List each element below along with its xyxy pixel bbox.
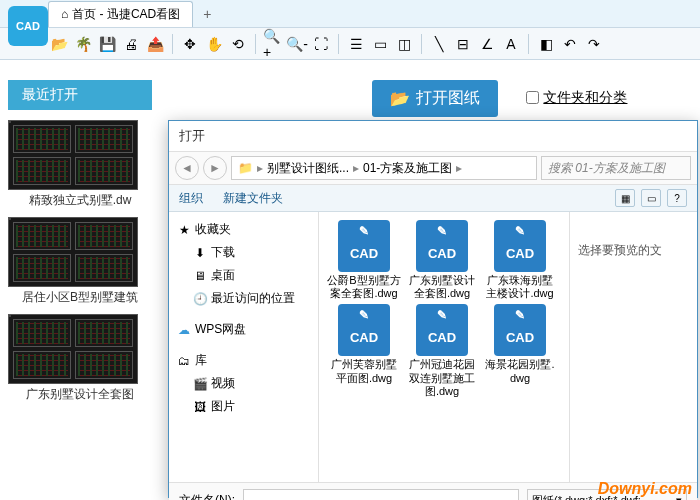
breadcrumb[interactable]: 📁 ▸ 别墅设计图纸... ▸ 01-方案及施工图 ▸ — [231, 156, 537, 180]
tree-library[interactable]: 🗂库 — [173, 349, 314, 372]
file-item[interactable]: CAD广东珠海别墅主楼设计.dwg — [483, 220, 557, 300]
box-icon[interactable]: ▭ — [369, 33, 391, 55]
line-icon[interactable]: ╲ — [428, 33, 450, 55]
file-item[interactable]: CAD广州冠迪花园双连别墅施工图.dwg — [405, 304, 479, 398]
file-open-dialog: 打开 ◄ ► 📁 ▸ 别墅设计图纸... ▸ 01-方案及施工图 ▸ 搜索 01… — [168, 120, 698, 498]
filename-input[interactable] — [243, 489, 519, 500]
recent-thumb[interactable] — [8, 120, 138, 190]
cube-icon[interactable]: ◫ — [393, 33, 415, 55]
undo-icon[interactable]: ↶ — [559, 33, 581, 55]
file-grid: CAD公爵B型别墅方案全套图.dwg CAD广东别墅设计全套图.dwg CAD广… — [319, 212, 569, 482]
home-icon: ⌂ — [61, 7, 68, 21]
recent-thumb[interactable] — [8, 314, 138, 384]
measure-icon[interactable]: ⊟ — [452, 33, 474, 55]
file-area: CAD公爵B型别墅方案全套图.dwg CAD广东别墅设计全套图.dwg CAD广… — [319, 212, 697, 482]
tree-videos[interactable]: 🎬视频 — [173, 372, 314, 395]
dialog-title: 打开 — [169, 121, 697, 152]
breadcrumb-seg[interactable]: 01-方案及施工图 — [363, 160, 452, 177]
zoom-in-icon[interactable]: 🔍+ — [262, 33, 284, 55]
pan-icon[interactable]: ✋ — [203, 33, 225, 55]
chevron-right-icon: ▸ — [257, 161, 263, 175]
zoom-fit-icon[interactable]: ⛶ — [310, 33, 332, 55]
library-icon: 🗂 — [177, 354, 191, 368]
cloud-icon: ☁ — [177, 323, 191, 337]
view-mode-icon[interactable]: ▦ — [615, 189, 635, 207]
dialog-toolbar: 组织 新建文件夹 ▦ ▭ ? — [169, 185, 697, 212]
nav-back-icon[interactable]: ◄ — [175, 156, 199, 180]
preview-pane: 选择要预览的文 — [569, 212, 697, 482]
save-icon[interactable]: 💾 — [96, 33, 118, 55]
watermark: Downyi.com — [598, 480, 692, 498]
eraser-icon[interactable]: ◧ — [535, 33, 557, 55]
tree-favorites[interactable]: ★收藏夹 — [173, 218, 314, 241]
export-icon[interactable]: 📤 — [144, 33, 166, 55]
folder-category-input[interactable] — [526, 91, 539, 104]
cad-file-icon: CAD — [338, 220, 390, 272]
dialog-nav: ◄ ► 📁 ▸ 别墅设计图纸... ▸ 01-方案及施工图 ▸ 搜索 01-方案… — [169, 152, 697, 185]
breadcrumb-seg[interactable]: 别墅设计图纸... — [267, 160, 349, 177]
redo-icon[interactable]: ↷ — [583, 33, 605, 55]
zoom-out-icon[interactable]: 🔍- — [286, 33, 308, 55]
recent-thumb[interactable] — [8, 217, 138, 287]
recent-icon: 🕘 — [193, 292, 207, 306]
tab-title: 首页 - 迅捷CAD看图 — [72, 6, 180, 23]
cad-file-icon: CAD — [416, 304, 468, 356]
separator — [421, 34, 422, 54]
tab-bar: ⌂ 首页 - 迅捷CAD看图 + — [0, 0, 700, 28]
text-icon[interactable]: A — [500, 33, 522, 55]
file-item[interactable]: CAD海景花园别墅.dwg — [483, 304, 557, 398]
cad-file-icon: CAD — [338, 304, 390, 356]
recent-thumb-label: 广东别墅设计全套图 — [8, 386, 152, 403]
separator — [172, 34, 173, 54]
file-item[interactable]: CAD广东别墅设计全套图.dwg — [405, 220, 479, 300]
desktop-icon: 🖥 — [193, 269, 207, 283]
folder-category-checkbox[interactable]: 文件夹和分类 — [526, 89, 627, 107]
separator — [255, 34, 256, 54]
tree-downloads[interactable]: ⬇下载 — [173, 241, 314, 264]
chevron-right-icon: ▸ — [456, 161, 462, 175]
folder-icon: 📁 — [238, 161, 253, 175]
dialog-body: ★收藏夹 ⬇下载 🖥桌面 🕘最近访问的位置 ☁WPS网盘 🗂库 🎬视频 🖼图片 … — [169, 212, 697, 482]
tree-pictures[interactable]: 🖼图片 — [173, 395, 314, 418]
main-toolbar: 📂 🌴 💾 🖨 📤 ✥ ✋ ⟲ 🔍+ 🔍- ⛶ ☰ ▭ ◫ ╲ ⊟ ∠ A ◧ … — [0, 28, 700, 60]
separator — [338, 34, 339, 54]
filename-label: 文件名(N): — [179, 492, 235, 501]
cad-file-icon: CAD — [416, 220, 468, 272]
organize-button[interactable]: 组织 — [179, 190, 203, 207]
palm-icon[interactable]: 🌴 — [72, 33, 94, 55]
recent-thumb-label: 居住小区B型别墅建筑 — [8, 289, 152, 306]
file-item[interactable]: CAD广州芙蓉别墅平面图.dwg — [327, 304, 401, 398]
help-icon[interactable]: ? — [667, 189, 687, 207]
download-icon: ⬇ — [193, 246, 207, 260]
tree-desktop[interactable]: 🖥桌面 — [173, 264, 314, 287]
folder-tree: ★收藏夹 ⬇下载 🖥桌面 🕘最近访问的位置 ☁WPS网盘 🗂库 🎬视频 🖼图片 — [169, 212, 319, 482]
star-icon: ★ — [177, 223, 191, 237]
tab-add-button[interactable]: + — [193, 2, 221, 26]
new-folder-button[interactable]: 新建文件夹 — [223, 190, 283, 207]
move-icon[interactable]: ✥ — [179, 33, 201, 55]
app-logo-icon: CAD — [8, 6, 48, 46]
open-drawing-button[interactable]: 📂 打开图纸 — [372, 80, 498, 117]
folder-open-icon: 📂 — [390, 89, 410, 108]
dialog-search-input[interactable]: 搜索 01-方案及施工图 — [541, 156, 691, 180]
video-icon: 🎬 — [193, 377, 207, 391]
nav-forward-icon[interactable]: ► — [203, 156, 227, 180]
picture-icon: 🖼 — [193, 400, 207, 414]
tree-wps[interactable]: ☁WPS网盘 — [173, 318, 314, 341]
chevron-right-icon: ▸ — [353, 161, 359, 175]
preview-toggle-icon[interactable]: ▭ — [641, 189, 661, 207]
recent-thumb-label: 精致独立式别墅.dw — [8, 192, 152, 209]
print-icon[interactable]: 🖨 — [120, 33, 142, 55]
tree-recent[interactable]: 🕘最近访问的位置 — [173, 287, 314, 310]
recent-panel: 最近打开 精致独立式别墅.dw 居住小区B型别墅建筑 广东别墅设计全套图 — [0, 60, 160, 500]
angle-icon[interactable]: ∠ — [476, 33, 498, 55]
rotate-icon[interactable]: ⟲ — [227, 33, 249, 55]
layers-icon[interactable]: ☰ — [345, 33, 367, 55]
cad-file-icon: CAD — [494, 220, 546, 272]
file-item[interactable]: CAD公爵B型别墅方案全套图.dwg — [327, 220, 401, 300]
cad-file-icon: CAD — [494, 304, 546, 356]
recent-header: 最近打开 — [8, 80, 152, 110]
tab-home[interactable]: ⌂ 首页 - 迅捷CAD看图 — [48, 1, 193, 27]
separator — [528, 34, 529, 54]
open-folder-icon[interactable]: 📂 — [48, 33, 70, 55]
